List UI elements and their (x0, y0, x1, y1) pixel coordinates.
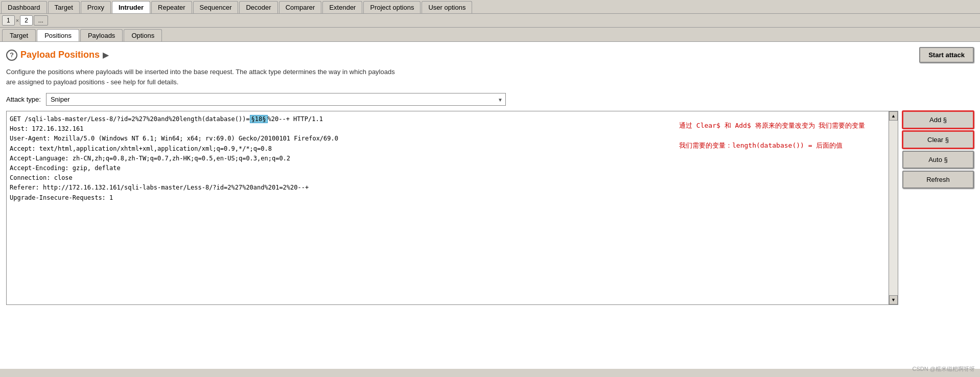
menu-tab-dashboard[interactable]: Dashboard (1, 1, 47, 13)
sub-tab-target[interactable]: Target (2, 29, 36, 41)
sub-tab-bar: Target Positions Payloads Options (0, 28, 980, 42)
attack-type-row: Attack type: Sniper Battering ram Pitchf… (6, 93, 974, 106)
description-line2: are assigned to payload positions - see … (6, 78, 178, 86)
number-bar: 1 × 2 ... (0, 14, 980, 28)
menu-tab-project-options[interactable]: Project options (363, 1, 421, 13)
sub-tab-payloads[interactable]: Payloads (80, 29, 123, 41)
tab-separator: × (16, 17, 19, 23)
clear-section-button[interactable]: Clear § (902, 131, 974, 149)
menu-tab-sequencer[interactable]: Sequencer (193, 1, 239, 13)
title-area: ? Payload Positions ▶ (6, 50, 109, 61)
request-text-area: GET /sqli-labs-master/Less-8/?id=2%27%20… (10, 114, 671, 301)
description-line1: Configure the positions where payloads w… (6, 68, 395, 76)
scrollbar[interactable]: ▲ ▼ (889, 111, 898, 305)
num-tab-2[interactable]: 2 (20, 15, 33, 26)
menu-tab-proxy[interactable]: Proxy (81, 1, 111, 13)
request-editor[interactable]: GET /sqli-labs-master/Less-8/?id=2%27%20… (6, 111, 889, 305)
section-title: Payload Positions (20, 50, 100, 60)
main-content: ? Payload Positions ▶ Start attack Confi… (0, 42, 980, 369)
annotation-line-2: 我们需要的变量：length(database()) = 后面的值 (679, 139, 877, 151)
sub-tab-positions[interactable]: Positions (37, 29, 79, 41)
request-line-7: Connection: close (10, 173, 671, 183)
menu-tab-intruder[interactable]: Intruder (112, 1, 150, 13)
annotation-area: 通过 Clear$ 和 Add$ 将原来的变量改变为 我们需要的变量 我们需要的… (671, 114, 885, 301)
help-icon[interactable]: ? (6, 50, 17, 61)
watermark: CSDN @糯米磁粑啊呀呀 (913, 365, 975, 373)
request-line-1-suffix: %20--+ HTTP/1.1 (268, 115, 323, 123)
attack-type-select-wrapper: Sniper Battering ram Pitchfork Cluster b… (46, 93, 506, 106)
request-line-5: Accept-Language: zh-CN,zh;q=0.8,zh-TW;q=… (10, 154, 671, 163)
request-content: GET /sqli-labs-master/Less-8/?id=2%27%20… (10, 114, 885, 301)
menu-tab-decoder[interactable]: Decoder (239, 1, 277, 13)
request-line-1-marker: §18§ (250, 115, 268, 123)
request-line-2: Host: 172.16.132.161 (10, 124, 671, 134)
add-section-button[interactable]: Add § (902, 111, 974, 129)
request-line-3: User-Agent: Mozilla/5.0 (Windows NT 6.1;… (10, 134, 671, 144)
num-tab-1[interactable]: 1 (2, 15, 15, 26)
menu-tab-comparer[interactable]: Comparer (279, 1, 322, 13)
refresh-button[interactable]: Refresh (902, 171, 974, 188)
scroll-track[interactable] (889, 121, 898, 295)
attack-type-label: Attack type: (6, 96, 41, 103)
editor-area: GET /sqli-labs-master/Less-8/?id=2%27%20… (6, 111, 974, 305)
description: Configure the positions where payloads w… (6, 67, 974, 87)
num-tab-dots[interactable]: ... (34, 15, 48, 26)
auto-section-button[interactable]: Auto § (902, 151, 974, 169)
menu-tab-target[interactable]: Target (48, 1, 80, 13)
scroll-down-button[interactable]: ▼ (889, 295, 898, 304)
scroll-up-button[interactable]: ▲ (889, 111, 898, 121)
request-line-6: Accept-Encoding: gzip, deflate (10, 163, 671, 173)
right-buttons: Add § Clear § Auto § Refresh (898, 111, 974, 305)
menu-tab-extender[interactable]: Extender (322, 1, 362, 13)
request-line-9: Upgrade-Insecure-Requests: 1 (10, 193, 671, 203)
attack-type-select[interactable]: Sniper Battering ram Pitchfork Cluster b… (46, 93, 506, 106)
sub-tab-options[interactable]: Options (124, 29, 162, 41)
request-line-8: Referer: http://172.16.132.161/sqli-labs… (10, 183, 671, 193)
annotation-line-1: 通过 Clear$ 和 Add$ 将原来的变量改变为 我们需要的变量 (679, 120, 877, 131)
header-row: ? Payload Positions ▶ Start attack (6, 47, 974, 63)
menu-bar: Dashboard Target Proxy Intruder Repeater… (0, 0, 980, 14)
start-attack-button[interactable]: Start attack (919, 47, 974, 63)
request-line-1: GET /sqli-labs-master/Less-8/?id=2%27%20… (10, 114, 671, 124)
menu-tab-user-options[interactable]: User options (422, 1, 472, 13)
request-line-1-prefix: GET /sqli-labs-master/Less-8/?id=2%27%20… (10, 115, 250, 123)
cursor-icon: ▶ (103, 50, 109, 60)
request-line-4: Accept: text/html,application/xhtml+xml,… (10, 144, 671, 154)
menu-tab-repeater[interactable]: Repeater (151, 1, 192, 13)
